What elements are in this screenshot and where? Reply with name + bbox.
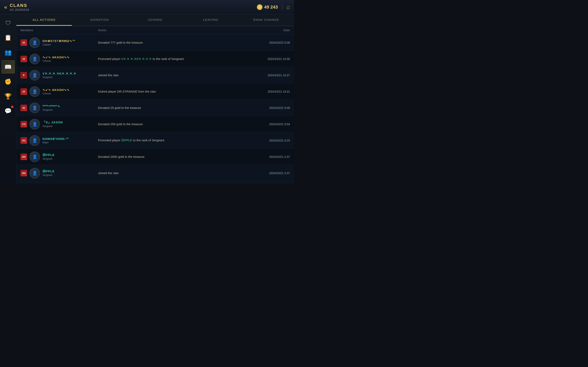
rank-badge: 172 bbox=[20, 121, 27, 127]
member-rank-label: Colonel bbox=[43, 92, 70, 95]
avatar: 👤 bbox=[29, 151, 40, 162]
rank-badge: 54 bbox=[20, 39, 27, 46]
action-cell: Kicked player DR.STRANGE from the clan bbox=[98, 90, 245, 93]
sidebar-item-rewards[interactable]: 🏆 bbox=[2, 90, 15, 103]
rewards-icon: 🏆 bbox=[4, 93, 12, 100]
rank-badge: ★ bbox=[20, 72, 27, 78]
clan-subtitle: AS 35285528 bbox=[10, 8, 29, 11]
home-button[interactable]: ⌂ bbox=[286, 4, 290, 10]
sidebar-item-log[interactable]: 📋 bbox=[2, 31, 15, 44]
table-body: 54 👤 GH⊗S†S†⊗RMΩ∿™ Captain Donated 777 g… bbox=[16, 34, 294, 184]
back-button[interactable]: « bbox=[4, 4, 7, 10]
tab-all-actions[interactable]: ALL ACTIONS bbox=[16, 14, 72, 26]
sidebar-item-shield[interactable]: 🛡 bbox=[2, 16, 15, 29]
member-cell: 204 👤 ⓐPPLE Sergeant bbox=[20, 168, 98, 178]
action-cell: Donated 250 gold to the treasure bbox=[98, 122, 245, 126]
table-row: 83 👤 ᵈᵃʰᵒⁿᵍˡᵃᵍᵃˢ∿ Sergeant Donated 25 go… bbox=[16, 100, 294, 116]
avatar: 👤 bbox=[29, 168, 40, 178]
tabs-bar: ALL ACTIONS DONATION JOINING LEAVING RAN… bbox=[16, 14, 294, 26]
rank-badge: 83 bbox=[20, 105, 27, 111]
avatar: 👤 bbox=[29, 86, 40, 97]
table-row: 204 👤 ⓐPPLE Sergeant Donated 2000 gold t… bbox=[16, 149, 294, 165]
rank-badge: 204 bbox=[20, 154, 27, 160]
table-row: ★ 👤 V✕.✕.✕.✕K✕.✕.✕.✕ Sergeant Joined the… bbox=[16, 67, 294, 83]
member-info: V✕.✕.✕.✕K✕.✕.✕.✕ Sergeant bbox=[43, 72, 76, 79]
member-cell: 54 👤 GH⊗S†S†⊗RMΩ∿™ Captain bbox=[20, 37, 98, 48]
avatar: 👤 bbox=[29, 70, 40, 81]
date-cell: 2024/10/21 4:15 bbox=[245, 139, 290, 142]
sidebar-item-battles[interactable]: ✊ bbox=[2, 75, 15, 88]
member-info: ᵈᵃʰᵒⁿᵍˡᵃᵍᵃˢ∿ Sergeant bbox=[43, 104, 60, 111]
tab-joining[interactable]: JOINING bbox=[127, 14, 183, 26]
member-rank-label: Captain bbox=[43, 43, 76, 46]
clan-title: CLANS bbox=[10, 3, 29, 8]
member-cell: 172 👤 『S』JASON Sergeant bbox=[20, 119, 98, 129]
table-row: 24 👤 ∿↙∿ AKASH∿∿ Colonel Promoted player… bbox=[16, 51, 294, 67]
action-cell: Promoted player V✕.✕.✕.✕K✕.✕.✕.✕ to the … bbox=[98, 57, 245, 61]
rank-badge: 204 bbox=[20, 170, 27, 176]
member-cell: 204 👤 ⓐPPLE Sergeant bbox=[20, 151, 98, 162]
member-name: ᵈᵃʰᵒⁿᵍˡᵃᵍᵃˢ∿ bbox=[43, 104, 60, 108]
table-header: Members Action Date bbox=[16, 26, 294, 34]
avatar: 👤 bbox=[29, 37, 40, 48]
avatar: 👤 bbox=[29, 135, 40, 146]
member-cell: 151 👤 NAWABᶜHiND.ᶜᵒ Major bbox=[20, 135, 98, 146]
member-info: ∿↙∿ AKASH∿∿ Colonel bbox=[43, 88, 70, 95]
member-rank-label: Major bbox=[43, 141, 69, 144]
content-area: ALL ACTIONS DONATION JOINING LEAVING RAN… bbox=[16, 14, 294, 184]
action-cell: Donated 2000 gold to the treasure bbox=[98, 155, 245, 158]
member-rank-label: Sergeant bbox=[43, 108, 60, 111]
table-row: 204 👤 ⓐPPLE Sergeant Joined the clan 202… bbox=[16, 165, 294, 181]
member-cell: ★ 👤 V✕.✕.✕.✕K✕.✕.✕.✕ Sergeant bbox=[20, 70, 98, 81]
sidebar: 🛡 📋 👥 📖 ✊ 🏆 💬 bbox=[0, 14, 16, 184]
history-icon: 📖 bbox=[4, 64, 12, 70]
chat-icon: 💬 bbox=[4, 108, 12, 114]
date-cell: 2024/10/21 5:04 bbox=[245, 123, 290, 126]
member-name: 『S』JASON bbox=[43, 120, 63, 124]
table-row: 24 👤 ∿↙∿ AKASH∿∿ Colonel Kicked player D… bbox=[16, 83, 294, 100]
member-info: ⓐPPLE Sergeant bbox=[43, 153, 54, 160]
action-cell: Donated 777 gold to the treasure bbox=[98, 41, 245, 44]
action-cell: Joined the clan bbox=[98, 171, 245, 175]
action-cell: Promoted player ⓐPPLE to the rank of Ser… bbox=[98, 138, 245, 142]
tab-rank-change[interactable]: RANK CHANGE bbox=[238, 14, 294, 26]
header-left: « CLANS AS 35285528 bbox=[4, 3, 29, 11]
date-cell: 2024/10/21 9:48 bbox=[245, 106, 290, 109]
date-cell: 2024/10/21 14:21 bbox=[245, 90, 290, 93]
col-action: Action bbox=[98, 29, 245, 32]
tab-donation[interactable]: DONATION bbox=[72, 14, 127, 26]
action-cell: Joined the clan bbox=[98, 73, 245, 77]
header-right: 49 243 ⌂ bbox=[257, 4, 290, 10]
member-cell: 83 👤 ᵈᵃʰᵒⁿᵍˡᵃᵍᵃˢ∿ Sergeant bbox=[20, 103, 98, 113]
col-members: Members bbox=[20, 29, 98, 32]
log-icon: 📋 bbox=[4, 34, 12, 41]
date-cell: 2024/10/21 2:37 bbox=[245, 155, 290, 158]
member-info: ⓐPPLE Sergeant bbox=[43, 169, 54, 176]
member-info: 『S』JASON Sergeant bbox=[43, 120, 63, 128]
battles-icon: ✊ bbox=[4, 78, 12, 85]
sidebar-item-history[interactable]: 📖 bbox=[2, 60, 15, 73]
member-info: NAWABᶜHiND.ᶜᵒ Major bbox=[43, 137, 69, 144]
rank-badge: 24 bbox=[20, 88, 27, 95]
member-name: ∿↙∿ AKASH∿∿ bbox=[43, 55, 70, 59]
sidebar-item-members[interactable]: 👥 bbox=[2, 46, 15, 59]
member-cell: 24 👤 ∿↙∿ AKASH∿∿ Colonel bbox=[20, 54, 98, 64]
member-name: ∿↙∿ AKASH∿∿ bbox=[43, 88, 70, 92]
gold-icon bbox=[257, 4, 263, 10]
rank-badge: 151 bbox=[20, 137, 27, 144]
member-name: GH⊗S†S†⊗RMΩ∿™ bbox=[43, 39, 76, 43]
date-cell: 2024/10/21 14:27 bbox=[245, 74, 290, 77]
members-icon: 👥 bbox=[4, 49, 12, 56]
member-name: ⓐPPLE bbox=[43, 153, 54, 157]
sidebar-item-chat[interactable]: 💬 bbox=[2, 104, 15, 117]
rank-badge: 24 bbox=[20, 56, 27, 62]
member-rank-label: Sergeant bbox=[43, 157, 54, 160]
member-name: NAWABᶜHiND.ᶜᵒ bbox=[43, 137, 69, 141]
member-name: V✕.✕.✕.✕K✕.✕.✕.✕ bbox=[43, 72, 76, 75]
tab-leaving[interactable]: LEAVING bbox=[183, 14, 238, 26]
table-row: 54 👤 GH⊗S†S†⊗RMΩ∿™ Captain Donated 777 g… bbox=[16, 34, 294, 51]
top-header: « CLANS AS 35285528 49 243 ⌂ bbox=[0, 0, 294, 14]
member-info: ∿↙∿ AKASH∿∿ Colonel bbox=[43, 55, 70, 62]
main-layout: 🛡 📋 👥 📖 ✊ 🏆 💬 ALL ACTIONS DONATION JOINI… bbox=[0, 14, 294, 184]
clan-title-block: CLANS AS 35285528 bbox=[10, 3, 29, 11]
